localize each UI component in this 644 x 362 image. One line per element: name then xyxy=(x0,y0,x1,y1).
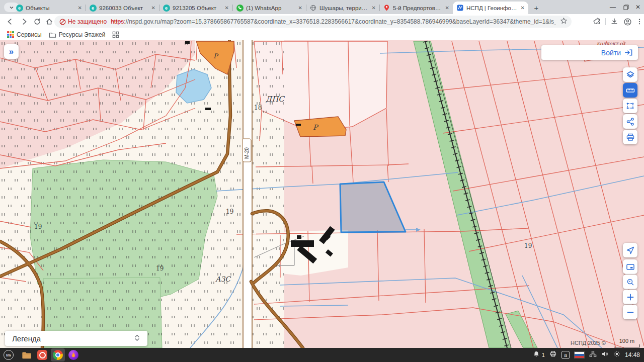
cadastral-map[interactable]: М-20 xyxy=(0,40,644,348)
whatsapp-favicon xyxy=(236,4,244,12)
keyboard-layout-indicator[interactable]: a xyxy=(561,351,570,359)
files-app-button[interactable] xyxy=(20,348,34,361)
home-button[interactable] xyxy=(43,16,55,28)
download-icon[interactable] xyxy=(609,16,620,27)
select-area-button[interactable] xyxy=(623,99,637,113)
clock: 14:48 xyxy=(625,351,640,358)
security-chip[interactable]: Не защищено xyxy=(54,18,111,25)
share-button[interactable] xyxy=(623,114,637,129)
map-label: 19 xyxy=(34,223,42,230)
window-minimize-button[interactable]: — xyxy=(608,3,618,12)
folder-icon xyxy=(22,351,32,359)
url-text: https://nspd.gov.ru/map?zoom=15.37866586… xyxy=(111,18,556,25)
browser-toolbar: Не защищено https://nspd.gov.ru/map?zoom… xyxy=(0,14,644,29)
mint-menu-button[interactable]: lm xyxy=(2,348,16,361)
overview-map-button[interactable] xyxy=(623,259,637,274)
expand-panel-button[interactable]: » xyxy=(4,44,19,59)
forward-button[interactable] xyxy=(18,16,30,28)
map-label: АЗС xyxy=(215,275,231,283)
tab-whatsapp[interactable]: (1) WhatsApp ✕ xyxy=(232,2,306,14)
system-tray: 1 a 14:48 xyxy=(533,350,644,359)
desktop: e Объекты ✕ e 9260033 Объект ✕ e 9213205… xyxy=(0,0,644,362)
map-label: 19 xyxy=(226,208,233,215)
restore-icon xyxy=(623,5,629,10)
scale-label: 100 m xyxy=(619,338,635,344)
select-area-icon xyxy=(626,102,635,111)
tab-close-icon[interactable]: ✕ xyxy=(78,5,82,11)
search-on-map-button[interactable] xyxy=(623,275,637,289)
etagi-favicon: e xyxy=(89,4,97,12)
etagi-favicon: e xyxy=(16,4,23,12)
map-label: ДПС xyxy=(266,95,285,104)
scale-indicator: 100 m xyxy=(614,338,640,347)
window-close-button[interactable]: ✕ xyxy=(633,3,643,12)
minus-icon xyxy=(626,308,635,317)
tab-close-icon[interactable]: ✕ xyxy=(151,5,155,11)
flag-russia-icon[interactable] xyxy=(574,351,585,358)
globe-icon xyxy=(309,4,317,12)
tab-close-icon[interactable]: ✕ xyxy=(521,5,525,11)
print-button[interactable] xyxy=(623,130,637,144)
address-bar[interactable]: Не защищено https://nspd.gov.ru/map?zoom… xyxy=(54,16,572,28)
map-pin-icon xyxy=(383,4,390,12)
locate-button[interactable] xyxy=(623,243,637,257)
tab-objects[interactable]: e Объекты ✕ xyxy=(12,2,86,14)
notification-count: 1 xyxy=(542,352,545,358)
brightness-icon[interactable] xyxy=(613,350,620,359)
back-button[interactable] xyxy=(4,16,16,28)
bookmarks-bar: Сервисы Ресурсы Этажей xyxy=(0,29,644,41)
tab-close-icon[interactable]: ✕ xyxy=(372,5,376,11)
highway-label: М-20 xyxy=(244,147,250,159)
map-attribution: НСПД 2025 © xyxy=(571,340,606,346)
tab-close-icon[interactable]: ✕ xyxy=(445,5,449,11)
layers-button[interactable] xyxy=(623,67,637,82)
profile-avatar[interactable] xyxy=(622,16,633,27)
apps-grid-icon[interactable] xyxy=(112,31,119,38)
red-app-button[interactable] xyxy=(35,348,49,361)
legend-label: Легенда xyxy=(12,334,41,343)
volume-icon[interactable] xyxy=(601,350,609,359)
etagi-favicon: e xyxy=(163,4,170,12)
browser-menu-icon[interactable] xyxy=(634,16,644,27)
login-icon xyxy=(624,48,633,57)
plus-icon xyxy=(626,293,635,302)
red-app-icon xyxy=(37,350,47,360)
tab-nspd-active[interactable]: НСПД | Геоинформационн... ✕ xyxy=(453,2,528,14)
printer-tray-icon[interactable] xyxy=(549,350,557,359)
bookmark-services[interactable]: Сервисы xyxy=(7,31,42,38)
map-viewport: М-20 xyxy=(0,40,644,348)
measure-ruler-button[interactable] xyxy=(623,83,637,98)
map-label: 18 xyxy=(254,104,262,111)
map-label: 19 xyxy=(156,265,164,272)
tab-object-9213205[interactable]: e 9213205 Объект ✕ xyxy=(159,2,232,14)
legend-toggle-icon[interactable] xyxy=(134,334,140,343)
legend-panel[interactable]: Легенда xyxy=(5,331,147,346)
flame-app-button[interactable] xyxy=(66,348,80,361)
bookmark-etagi-resources[interactable]: Ресурсы Этажей xyxy=(49,31,106,38)
chrome-app-button[interactable] xyxy=(51,348,65,361)
share-icon xyxy=(626,117,635,126)
network-icon[interactable] xyxy=(589,350,597,359)
bookmark-star-icon[interactable] xyxy=(556,17,572,26)
new-tab-button[interactable]: + xyxy=(531,3,541,13)
window-restore-button[interactable] xyxy=(621,3,631,12)
zoom-out-button[interactable] xyxy=(623,305,637,319)
tab-shushary[interactable]: Шушары, территория пре... ✕ xyxy=(306,2,379,14)
nspd-favicon xyxy=(456,4,464,12)
login-label: Войти xyxy=(601,49,621,57)
reload-button[interactable] xyxy=(31,16,43,28)
browser-tab-strip: e Объекты ✕ e 9260033 Объект ✕ e 9213205… xyxy=(0,0,644,14)
ruler-icon xyxy=(626,86,635,95)
extensions-icon[interactable] xyxy=(592,16,603,27)
highway-m20: М-20 xyxy=(243,40,252,348)
tab-object-9260033[interactable]: e 9260033 Объект ✕ xyxy=(86,2,159,14)
folder-icon xyxy=(49,32,56,38)
notifications-icon[interactable] xyxy=(533,350,540,359)
scale-bar xyxy=(614,344,640,347)
zoom-in-button[interactable] xyxy=(623,290,637,304)
taskbar: lm 1 a xyxy=(0,348,644,362)
tab-predportovy[interactable]: 5-й Предпортовый проезд... ✕ xyxy=(379,2,453,14)
tab-close-icon[interactable]: ✕ xyxy=(298,5,302,11)
login-bar[interactable]: Войти xyxy=(541,45,638,60)
tab-close-icon[interactable]: ✕ xyxy=(225,5,229,11)
